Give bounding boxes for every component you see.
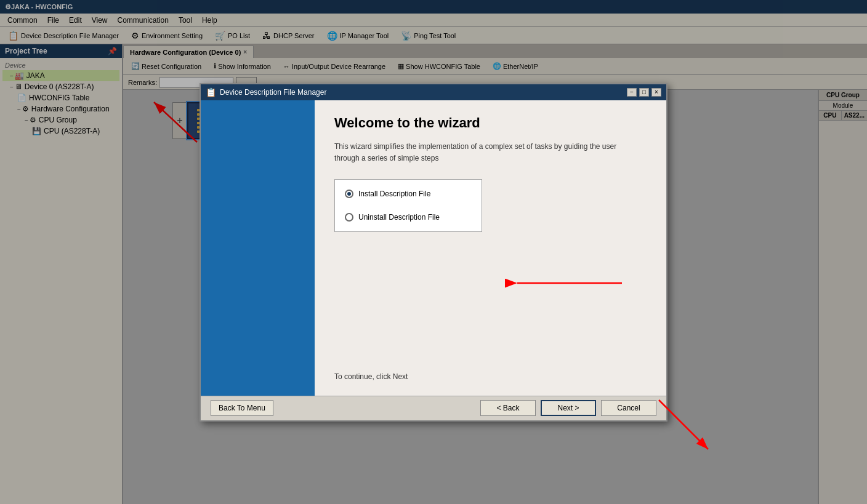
wizard-description: This wizard simplifies the implementatio…: [334, 141, 630, 164]
install-option[interactable]: Install Description File: [345, 190, 472, 198]
modal-controls: − □ ×: [627, 88, 661, 97]
modal-title-icon: 📋: [206, 87, 216, 97]
wizard-title: Welcome to the wizard: [334, 115, 647, 131]
modal-footer: Back To Menu < Back Next > Cancel: [201, 396, 666, 420]
modal-minimize-button[interactable]: −: [627, 88, 637, 97]
back-button[interactable]: < Back: [480, 400, 536, 416]
modal-close-button[interactable]: ×: [651, 88, 661, 97]
modal-content: Welcome to the wizard This wizard simpli…: [315, 100, 666, 396]
modal-restore-button[interactable]: □: [639, 88, 649, 97]
modal-footer-right: < Back Next > Cancel: [480, 400, 656, 416]
uninstall-label: Uninstall Description File: [358, 213, 440, 222]
modal-dialog: 📋 Device Description File Manager − □ × …: [200, 83, 667, 422]
svg-line-5: [659, 400, 708, 449]
modal-title-left: 📋 Device Description File Manager: [206, 87, 326, 97]
uninstall-radio[interactable]: [345, 213, 353, 222]
modal-footer-left: Back To Menu: [211, 400, 273, 416]
cancel-button[interactable]: Cancel: [601, 400, 656, 416]
modal-options-box: Install Description File Uninstall Descr…: [334, 179, 482, 232]
uninstall-option[interactable]: Uninstall Description File: [345, 213, 472, 222]
modal-titlebar: 📋 Device Description File Manager − □ ×: [201, 84, 666, 100]
install-radio[interactable]: [345, 190, 353, 198]
next-button[interactable]: Next >: [541, 400, 596, 416]
modal-wizard-sidebar: [201, 100, 315, 396]
install-label: Install Description File: [358, 190, 430, 198]
continue-text: To continue, click Next: [334, 362, 647, 381]
modal-overlay: 📋 Device Description File Manager − □ × …: [0, 0, 867, 504]
modal-title-text: Device Description File Manager: [220, 88, 326, 97]
modal-body: Welcome to the wizard This wizard simpli…: [201, 100, 666, 396]
back-to-menu-button[interactable]: Back To Menu: [211, 400, 273, 416]
